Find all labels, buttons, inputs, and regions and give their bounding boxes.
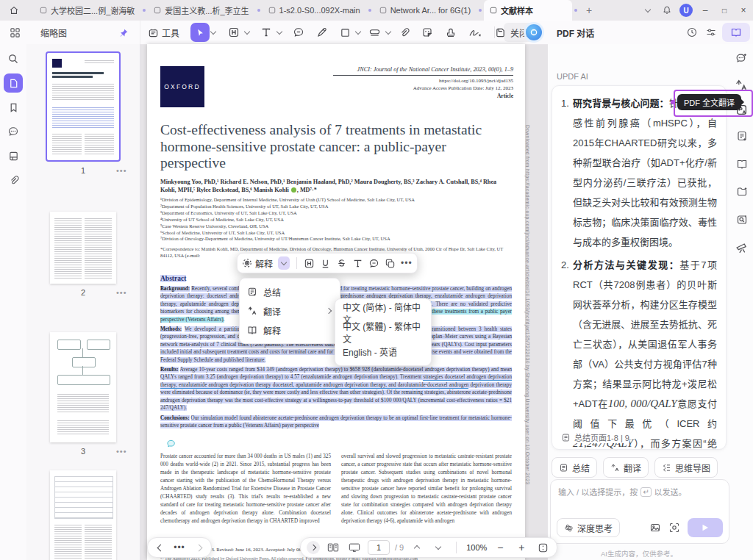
more-actions-icon[interactable]: ••• [401, 258, 413, 268]
zoom-out-button[interactable]: − [492, 539, 508, 556]
bookmarks-panel-icon[interactable] [4, 98, 23, 117]
reader-mode-button[interactable] [722, 23, 750, 42]
attachment-tool-button[interactable] [395, 23, 413, 42]
chat-input-box[interactable]: 输入 / 以选择提示，按 ↵ 以发送。 深度思考 [550, 479, 729, 544]
tab-dot-icon [368, 9, 371, 12]
doi-link[interactable]: https://doi.org/10.1093/jnci/djad135 [293, 78, 513, 84]
settings-sliders-icon[interactable] [702, 23, 721, 42]
insert-image-icon[interactable] [649, 522, 661, 534]
menu-item-explain[interactable]: 解释 [240, 320, 340, 340]
page-thumbnail-4[interactable] [50, 470, 116, 560]
deep-think-button[interactable]: 深度思考 [557, 518, 620, 537]
tab-document-4[interactable]: Network Ar... for 6G(1) [374, 0, 477, 21]
updf-ai-button[interactable] [526, 24, 542, 40]
comments-panel-icon[interactable] [4, 122, 23, 141]
attachments-panel-icon[interactable] [4, 170, 23, 190]
shape-tool-chevron-icon[interactable] [355, 28, 361, 34]
reader-book-icon[interactable] [734, 156, 750, 172]
tools-menu-button[interactable]: 工具 [144, 23, 183, 42]
minimize-button[interactable]: – [696, 0, 715, 21]
send-button[interactable] [688, 518, 723, 537]
sticker-tool-button[interactable] [418, 23, 437, 42]
add-folder-icon[interactable] [734, 184, 750, 200]
signature-tool-button[interactable] [465, 23, 485, 42]
measure-tool-chevron-icon[interactable] [385, 28, 391, 34]
tab-document-active[interactable]: 文献样本 [484, 0, 572, 21]
menu-item-translate[interactable]: 翻译 [240, 301, 340, 320]
zoom-in-button[interactable]: + [513, 539, 529, 556]
highlight-tool-button[interactable] [224, 23, 243, 42]
chip-translate[interactable]: 翻译 [603, 457, 649, 478]
page-controls-pill: 1 / 9 100% − + [300, 537, 557, 558]
search-document-icon[interactable] [734, 212, 750, 228]
tab-overflow-icon[interactable] [638, 0, 657, 21]
select-tool-chevron-icon[interactable] [210, 28, 216, 34]
pin-icon[interactable] [115, 23, 132, 42]
shape-tool-button[interactable] [336, 23, 354, 42]
page-2-more-icon[interactable]: ••• [116, 288, 127, 297]
presentation-mode-icon[interactable] [346, 539, 363, 556]
text-tool-button[interactable] [257, 23, 276, 42]
home-icon[interactable] [4, 0, 24, 21]
submenu-item-traditional-chinese[interactable]: 中文 (繁體) - 繁体中文 [335, 323, 431, 342]
ai-chat-icon[interactable] [734, 50, 750, 66]
comment-tool-button[interactable] [289, 23, 308, 42]
expand-toolbar-button[interactable] [307, 541, 320, 554]
forward-button[interactable] [190, 539, 207, 556]
maximize-button[interactable]: □ [715, 0, 734, 21]
user-avatar[interactable]: U [677, 0, 696, 21]
ai-assistant-name: UPDF AI [557, 72, 588, 81]
page-thumbnail-3[interactable] [50, 332, 116, 442]
tab-document-1[interactable]: 大学校园二...例_谢海敏 [34, 0, 140, 21]
page-1-more-icon[interactable]: ••• [116, 166, 127, 175]
ai-action-chevron[interactable] [278, 256, 290, 270]
strikethrough-action-icon[interactable] [336, 258, 347, 269]
tab-document-2[interactable]: 爱国主义教...析_李立生 [148, 0, 254, 21]
save-chevron-icon[interactable] [511, 28, 517, 34]
panel-grid-icon[interactable] [6, 23, 24, 42]
measure-tool-button[interactable] [365, 23, 385, 42]
menu-item-summarize[interactable]: 总结 [240, 282, 340, 301]
stamp-tool-button[interactable] [441, 23, 460, 42]
new-tab-button[interactable]: + [579, 0, 599, 21]
chip-summarize[interactable]: 总结 [552, 457, 597, 478]
history-more-icon[interactable]: ••• [171, 539, 188, 556]
select-tool-button[interactable] [190, 23, 210, 42]
page-layout-icon[interactable] [325, 539, 341, 556]
ai-source-chip[interactable]: 总结页面1-8 | 9 [561, 431, 629, 443]
page-3-more-icon[interactable]: ••• [116, 447, 127, 456]
orcid-icon[interactable] [291, 187, 296, 193]
highlight-tool-chevron-icon[interactable] [244, 28, 250, 34]
underline-action-icon[interactable] [320, 258, 331, 269]
telescope-discover-icon[interactable] [734, 240, 750, 256]
next-page-button[interactable] [430, 539, 446, 556]
comment-marker-icon[interactable] [166, 439, 176, 448]
back-button[interactable] [152, 539, 168, 556]
zoom-level[interactable]: 100% [466, 543, 487, 552]
text-action-icon[interactable] [352, 258, 363, 269]
pen-tool-button[interactable] [313, 23, 332, 42]
screenshot-icon[interactable] [668, 522, 680, 534]
summarize-document-icon[interactable] [734, 128, 750, 144]
page-number-input[interactable]: 1 [368, 540, 390, 555]
close-window-button[interactable]: × [734, 0, 753, 21]
copy-action-icon[interactable] [385, 258, 396, 269]
highlight-action-icon[interactable] [304, 258, 315, 269]
fit-page-button[interactable] [535, 539, 551, 556]
comment-action-icon[interactable] [368, 258, 379, 269]
history-icon[interactable] [682, 23, 702, 42]
previous-page-button[interactable] [409, 539, 425, 556]
text-tool-chevron-icon[interactable] [276, 28, 282, 34]
ai-action-button[interactable]: 解释 [242, 257, 273, 270]
tab-document-3[interactable]: 1-s2.0-S0...092X-main [263, 0, 366, 21]
page-thumbnail-2[interactable] [50, 212, 116, 284]
thumbnails-panel-icon[interactable] [4, 73, 23, 93]
thumbnail-panel: 1 ••• 2 ••• 3 ••• [26, 44, 140, 560]
notification-bell-icon[interactable] [657, 0, 677, 21]
chip-mindmap[interactable]: 思维导图 [654, 457, 718, 478]
save-button[interactable] [491, 23, 510, 42]
search-icon[interactable] [4, 49, 23, 68]
page-organize-panel-icon[interactable] [4, 146, 23, 165]
tab-dot-icon [143, 9, 146, 12]
page-thumbnail-1[interactable] [47, 53, 119, 160]
